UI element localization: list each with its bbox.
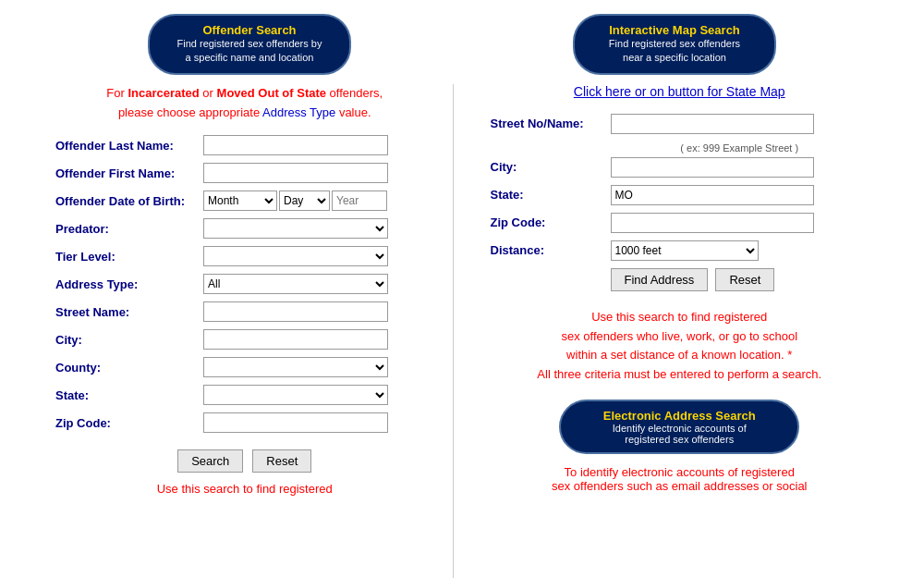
- city-left-row: City:: [55, 329, 434, 350]
- notice-text: For Incarcerated or Moved Out of State o…: [55, 84, 434, 123]
- bottom-section: Electronic Address Search Identify elect…: [491, 400, 869, 493]
- bottom-right-1: To identify electronic accounts of regis…: [565, 465, 795, 479]
- left-column: For Incarcerated or Moved Out of State o…: [18, 84, 454, 578]
- street-name-label: Street Name:: [55, 305, 203, 319]
- info-line4: All three criteria must be entered to pe…: [537, 367, 821, 381]
- dob-label: Offender Date of Birth:: [55, 194, 203, 208]
- dob-selects: MonthJanuaryFebruaryMarchAprilMayJuneJul…: [203, 191, 387, 211]
- tier-row: Tier Level:: [55, 246, 434, 266]
- county-label: County:: [55, 361, 203, 375]
- find-reset-row: Find Address Reset: [611, 268, 869, 291]
- address-type-select[interactable]: All: [203, 274, 388, 294]
- offender-search-sub1: Find registered sex offenders by: [168, 37, 331, 51]
- notice-moved: Moved Out of State: [217, 86, 326, 100]
- notice-address-type-link[interactable]: Address Type: [262, 105, 335, 119]
- info-text-red: Use this search to find registered sex o…: [491, 308, 869, 385]
- top-row: Offender Search Find registered sex offe…: [0, 0, 924, 84]
- dob-day-select[interactable]: Day1234567891011121314151617181920212223…: [279, 191, 330, 211]
- zip-left-label: Zip Code:: [55, 416, 203, 430]
- notice-value: value.: [335, 105, 371, 119]
- street-right-input[interactable]: [611, 114, 814, 134]
- info-line3: within a set distance of a known locatio…: [566, 348, 792, 362]
- right-column: Click here or on button for State Map St…: [454, 84, 906, 578]
- city-right-label: City:: [491, 160, 611, 174]
- bottom-right-2: sex offenders such as email addresses or…: [552, 479, 808, 493]
- street-hint: ( ex: 999 Example Street ): [611, 142, 869, 154]
- info-line2: sex offenders who live, work, or go to s…: [561, 329, 797, 343]
- notice-or: or: [200, 86, 217, 100]
- right-col-inner: Click here or on button for State Map St…: [491, 84, 869, 493]
- first-name-row: Offender First Name:: [55, 163, 434, 183]
- search-reset-row: Search Reset: [55, 449, 434, 473]
- street-name-input[interactable]: [203, 301, 388, 322]
- electronic-title: Electronic Address Search: [579, 409, 779, 423]
- state-left-label: State:: [55, 388, 203, 402]
- predator-select[interactable]: [203, 218, 388, 239]
- map-link[interactable]: Click here or on button for State Map: [491, 84, 869, 99]
- county-row: County:: [55, 357, 434, 377]
- last-name-label: Offender Last Name:: [55, 139, 203, 153]
- street-right-label: Street No/Name:: [491, 117, 611, 130]
- notice-incarcerated: Incarcerated: [128, 86, 199, 100]
- first-name-input[interactable]: [203, 163, 388, 183]
- bottom-text-right: To identify electronic accounts of regis…: [491, 465, 869, 493]
- tier-select[interactable]: [203, 246, 388, 266]
- state-right-label: State:: [491, 188, 611, 202]
- offender-search-button[interactable]: Offender Search Find registered sex offe…: [148, 14, 351, 75]
- tier-label: Tier Level:: [55, 250, 203, 264]
- bottom-text-left: Use this search to find registered: [55, 482, 434, 496]
- notice-for: For: [106, 86, 128, 100]
- interactive-map-button[interactable]: Interactive Map Search Find registered s…: [573, 14, 776, 75]
- state-right-input[interactable]: [611, 185, 814, 205]
- page-wrapper: Offender Search Find registered sex offe…: [0, 0, 924, 578]
- address-type-row: Address Type: All: [55, 274, 434, 294]
- city-left-input[interactable]: [203, 329, 388, 350]
- state-left-row: State:: [55, 385, 434, 405]
- electronic-sub1: Identify electronic accounts of: [579, 423, 779, 434]
- county-select[interactable]: [203, 357, 388, 377]
- offender-search-sub2: a specific name and location: [168, 51, 331, 65]
- bottom-left-label: Use this search to find registered: [157, 482, 333, 496]
- predator-row: Predator:: [55, 218, 434, 239]
- electronic-search-button[interactable]: Electronic Address Search Identify elect…: [559, 400, 799, 454]
- interactive-map-title: Interactive Map Search: [593, 23, 756, 37]
- zip-right-row: Zip Code:: [491, 213, 869, 233]
- address-type-label: Address Type:: [55, 277, 203, 291]
- find-address-button[interactable]: Find Address: [611, 268, 709, 291]
- street-right-row: Street No/Name:: [491, 114, 869, 134]
- city-right-row: City:: [491, 157, 869, 178]
- first-name-label: Offender First Name:: [55, 166, 203, 180]
- distance-row: Distance: 1000 feet500 feet1 mile2 miles…: [491, 240, 869, 261]
- city-right-input[interactable]: [611, 157, 814, 178]
- main-columns: For Incarcerated or Moved Out of State o…: [0, 84, 924, 578]
- dob-year-input[interactable]: [332, 191, 387, 211]
- interactive-map-sub2: near a specific location: [593, 51, 756, 65]
- dob-month-select[interactable]: MonthJanuaryFebruaryMarchAprilMayJuneJul…: [203, 191, 277, 211]
- distance-label: Distance:: [491, 243, 611, 257]
- street-name-row: Street Name:: [55, 301, 434, 322]
- last-name-input[interactable]: [203, 135, 388, 155]
- electronic-sub2: registered sex offenders: [579, 434, 779, 445]
- distance-select[interactable]: 1000 feet500 feet1 mile2 miles5 miles: [611, 240, 759, 261]
- dob-row: Offender Date of Birth: MonthJanuaryFebr…: [55, 191, 434, 211]
- zip-right-label: Zip Code:: [491, 215, 611, 229]
- reset-right-button[interactable]: Reset: [715, 268, 774, 291]
- last-name-row: Offender Last Name:: [55, 135, 434, 155]
- offender-search-title: Offender Search: [168, 23, 331, 37]
- interactive-map-sub1: Find registered sex offenders: [593, 37, 756, 51]
- search-button[interactable]: Search: [177, 449, 243, 473]
- zip-left-input[interactable]: [203, 412, 388, 433]
- predator-label: Predator:: [55, 222, 203, 236]
- zip-left-row: Zip Code:: [55, 412, 434, 433]
- city-left-label: City:: [55, 333, 203, 347]
- state-right-row: State:: [491, 185, 869, 205]
- info-line1: Use this search to find registered: [591, 310, 767, 324]
- state-left-select[interactable]: [203, 385, 388, 405]
- zip-right-input[interactable]: [611, 213, 814, 233]
- reset-left-button[interactable]: Reset: [252, 449, 311, 473]
